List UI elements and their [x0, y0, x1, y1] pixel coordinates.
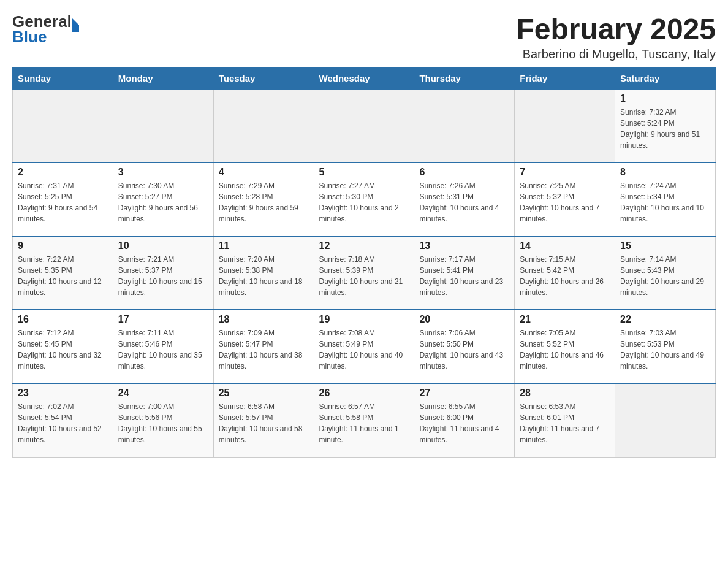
calendar-cell: [615, 383, 716, 457]
day-number: 23: [18, 388, 108, 399]
day-number: 5: [319, 167, 409, 178]
day-info: Sunrise: 7:18 AM Sunset: 5:39 PM Dayligh…: [319, 254, 409, 298]
day-number: 16: [18, 314, 108, 325]
day-info: Sunrise: 7:05 AM Sunset: 5:52 PM Dayligh…: [520, 327, 610, 372]
day-number: 24: [118, 388, 208, 399]
day-info: Sunrise: 7:32 AM Sunset: 5:24 PM Dayligh…: [620, 107, 710, 151]
day-header-friday: Friday: [515, 68, 615, 90]
calendar-cell: 4Sunrise: 7:29 AM Sunset: 5:28 PM Daylig…: [213, 163, 314, 236]
calendar-cell: 1Sunrise: 7:32 AM Sunset: 5:24 PM Daylig…: [615, 89, 716, 163]
day-info: Sunrise: 6:58 AM Sunset: 5:57 PM Dayligh…: [219, 401, 309, 445]
day-number: 21: [520, 314, 610, 325]
calendar-cell: 7Sunrise: 7:25 AM Sunset: 5:32 PM Daylig…: [515, 163, 615, 236]
day-header-tuesday: Tuesday: [213, 68, 314, 90]
day-header-monday: Monday: [113, 68, 213, 90]
calendar-cell: 13Sunrise: 7:17 AM Sunset: 5:41 PM Dayli…: [414, 236, 515, 310]
day-info: Sunrise: 6:53 AM Sunset: 6:01 PM Dayligh…: [520, 401, 610, 445]
day-number: 2: [18, 167, 108, 178]
calendar-header-row: SundayMondayTuesdayWednesdayThursdayFrid…: [13, 68, 716, 90]
day-number: 20: [419, 314, 509, 325]
day-info: Sunrise: 7:17 AM Sunset: 5:41 PM Dayligh…: [419, 254, 509, 298]
day-number: 14: [520, 240, 610, 251]
calendar-cell: 9Sunrise: 7:22 AM Sunset: 5:35 PM Daylig…: [13, 236, 113, 310]
day-number: 8: [620, 167, 710, 178]
day-info: Sunrise: 7:20 AM Sunset: 5:38 PM Dayligh…: [219, 254, 309, 298]
day-number: 26: [319, 388, 409, 399]
calendar-week-row: 1Sunrise: 7:32 AM Sunset: 5:24 PM Daylig…: [13, 89, 716, 163]
day-header-wednesday: Wednesday: [314, 68, 414, 90]
calendar-cell: 27Sunrise: 6:55 AM Sunset: 6:00 PM Dayli…: [414, 383, 515, 457]
calendar-cell: 23Sunrise: 7:02 AM Sunset: 5:54 PM Dayli…: [13, 383, 113, 457]
day-header-sunday: Sunday: [13, 68, 113, 90]
day-number: 9: [18, 240, 108, 251]
day-info: Sunrise: 7:02 AM Sunset: 5:54 PM Dayligh…: [18, 401, 108, 445]
day-number: 27: [419, 388, 509, 399]
day-info: Sunrise: 6:55 AM Sunset: 6:00 PM Dayligh…: [419, 401, 509, 445]
calendar-cell: 28Sunrise: 6:53 AM Sunset: 6:01 PM Dayli…: [515, 383, 615, 457]
calendar-cell: 18Sunrise: 7:09 AM Sunset: 5:47 PM Dayli…: [213, 310, 314, 383]
day-info: Sunrise: 7:09 AM Sunset: 5:47 PM Dayligh…: [219, 327, 309, 372]
day-number: 17: [118, 314, 208, 325]
day-number: 7: [520, 167, 610, 178]
day-header-saturday: Saturday: [615, 68, 716, 90]
calendar-cell: [13, 89, 113, 163]
calendar-cell: 19Sunrise: 7:08 AM Sunset: 5:49 PM Dayli…: [314, 310, 414, 383]
day-info: Sunrise: 7:31 AM Sunset: 5:25 PM Dayligh…: [18, 180, 108, 224]
calendar-cell: [515, 89, 615, 163]
calendar-cell: 8Sunrise: 7:24 AM Sunset: 5:34 PM Daylig…: [615, 163, 716, 236]
day-number: 12: [319, 240, 409, 251]
day-number: 28: [520, 388, 610, 399]
calendar-week-row: 23Sunrise: 7:02 AM Sunset: 5:54 PM Dayli…: [13, 383, 716, 457]
day-number: 6: [419, 167, 509, 178]
calendar-cell: 21Sunrise: 7:05 AM Sunset: 5:52 PM Dayli…: [515, 310, 615, 383]
day-info: Sunrise: 7:27 AM Sunset: 5:30 PM Dayligh…: [319, 180, 409, 224]
day-number: 13: [419, 240, 509, 251]
calendar-cell: 24Sunrise: 7:00 AM Sunset: 5:56 PM Dayli…: [113, 383, 213, 457]
day-info: Sunrise: 7:21 AM Sunset: 5:37 PM Dayligh…: [118, 254, 208, 298]
day-info: Sunrise: 7:11 AM Sunset: 5:46 PM Dayligh…: [118, 327, 208, 372]
calendar-cell: 5Sunrise: 7:27 AM Sunset: 5:30 PM Daylig…: [314, 163, 414, 236]
day-info: Sunrise: 7:26 AM Sunset: 5:31 PM Dayligh…: [419, 180, 509, 224]
logo: General Blue: [12, 12, 79, 47]
calendar-cell: 16Sunrise: 7:12 AM Sunset: 5:45 PM Dayli…: [13, 310, 113, 383]
calendar-cell: 11Sunrise: 7:20 AM Sunset: 5:38 PM Dayli…: [213, 236, 314, 310]
calendar-cell: 17Sunrise: 7:11 AM Sunset: 5:46 PM Dayli…: [113, 310, 213, 383]
day-info: Sunrise: 7:12 AM Sunset: 5:45 PM Dayligh…: [18, 327, 108, 372]
calendar-cell: 2Sunrise: 7:31 AM Sunset: 5:25 PM Daylig…: [13, 163, 113, 236]
day-number: 4: [219, 167, 309, 178]
day-info: Sunrise: 7:14 AM Sunset: 5:43 PM Dayligh…: [620, 254, 710, 298]
calendar-cell: 25Sunrise: 6:58 AM Sunset: 5:57 PM Dayli…: [213, 383, 314, 457]
day-number: 22: [620, 314, 710, 325]
day-number: 18: [219, 314, 309, 325]
day-info: Sunrise: 6:57 AM Sunset: 5:58 PM Dayligh…: [319, 401, 409, 445]
day-info: Sunrise: 7:25 AM Sunset: 5:32 PM Dayligh…: [520, 180, 610, 224]
month-title: February 2025: [516, 12, 716, 46]
calendar-cell: 20Sunrise: 7:06 AM Sunset: 5:50 PM Dayli…: [414, 310, 515, 383]
calendar-week-row: 2Sunrise: 7:31 AM Sunset: 5:25 PM Daylig…: [13, 163, 716, 236]
calendar-cell: [314, 89, 414, 163]
day-info: Sunrise: 7:00 AM Sunset: 5:56 PM Dayligh…: [118, 401, 208, 445]
day-info: Sunrise: 7:15 AM Sunset: 5:42 PM Dayligh…: [520, 254, 610, 298]
calendar-cell: 26Sunrise: 6:57 AM Sunset: 5:58 PM Dayli…: [314, 383, 414, 457]
day-number: 1: [620, 93, 710, 104]
day-info: Sunrise: 7:06 AM Sunset: 5:50 PM Dayligh…: [419, 327, 509, 372]
day-info: Sunrise: 7:22 AM Sunset: 5:35 PM Dayligh…: [18, 254, 108, 298]
day-number: 3: [118, 167, 208, 178]
calendar-cell: [213, 89, 314, 163]
day-number: 15: [620, 240, 710, 251]
day-number: 25: [219, 388, 309, 399]
calendar-table: SundayMondayTuesdayWednesdayThursdayFrid…: [12, 67, 716, 458]
day-info: Sunrise: 7:08 AM Sunset: 5:49 PM Dayligh…: [319, 327, 409, 372]
page-header: General Blue February 2025 Barberino di …: [12, 12, 716, 61]
day-info: Sunrise: 7:03 AM Sunset: 5:53 PM Dayligh…: [620, 327, 710, 372]
calendar-cell: 14Sunrise: 7:15 AM Sunset: 5:42 PM Dayli…: [515, 236, 615, 310]
calendar-cell: 3Sunrise: 7:30 AM Sunset: 5:27 PM Daylig…: [113, 163, 213, 236]
logo-blue-text: Blue: [12, 28, 47, 47]
day-info: Sunrise: 7:30 AM Sunset: 5:27 PM Dayligh…: [118, 180, 208, 224]
calendar-cell: [414, 89, 515, 163]
title-block: February 2025 Barberino di Mugello, Tusc…: [516, 12, 716, 61]
calendar-cell: 6Sunrise: 7:26 AM Sunset: 5:31 PM Daylig…: [414, 163, 515, 236]
calendar-cell: 22Sunrise: 7:03 AM Sunset: 5:53 PM Dayli…: [615, 310, 716, 383]
day-number: 19: [319, 314, 409, 325]
day-info: Sunrise: 7:24 AM Sunset: 5:34 PM Dayligh…: [620, 180, 710, 224]
